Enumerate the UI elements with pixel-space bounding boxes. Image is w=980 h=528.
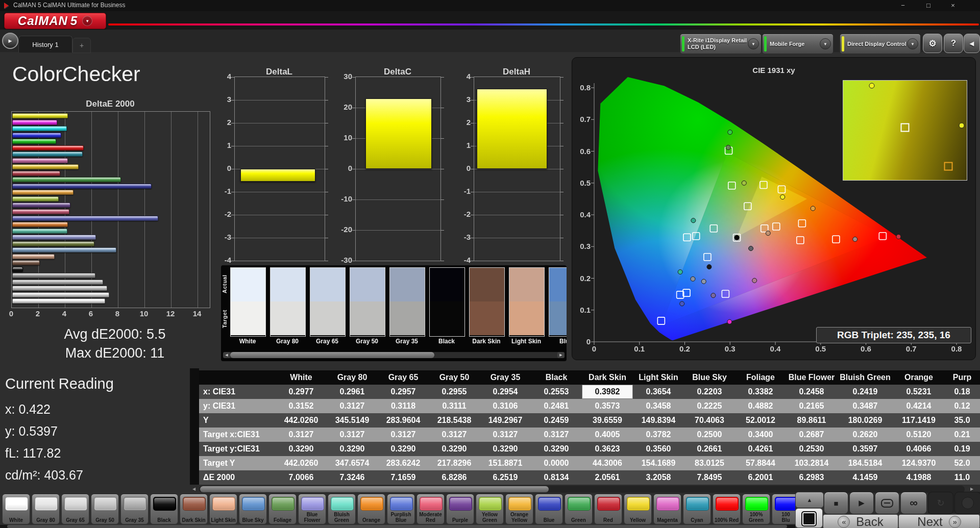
- tick-mark: [560, 77, 564, 78]
- display-control-dropdown[interactable]: Direct Display Control ▼: [840, 34, 921, 54]
- swatch-dark-skin[interactable]: [469, 267, 505, 337]
- table-cell: 0.2977: [276, 385, 327, 399]
- continuous-read-button[interactable]: ∞: [900, 492, 927, 514]
- expand-patch-list-button[interactable]: ▲: [795, 492, 824, 508]
- axis-tick-label: 1: [211, 141, 231, 149]
- maximize-button[interactable]: □: [918, 0, 939, 11]
- patch-chip: [272, 497, 295, 511]
- patch-chip: [331, 497, 354, 511]
- patch-button-orange[interactable]: Orange: [357, 494, 385, 524]
- patch-button-yellow[interactable]: Yellow: [624, 494, 652, 524]
- play-icon: ▶: [859, 498, 865, 508]
- axis-tick-label: 4: [211, 72, 231, 81]
- patch-button-foliage[interactable]: Foliage: [268, 494, 297, 524]
- calman-logo-menu[interactable]: CalMAN5 ▼: [4, 13, 106, 29]
- next-button[interactable]: Next »: [898, 514, 980, 528]
- tick-mark: [231, 77, 234, 78]
- scroll-left-button[interactable]: ◀: [190, 486, 198, 492]
- swatch-black[interactable]: [429, 267, 465, 337]
- play-button[interactable]: ▶: [849, 492, 874, 514]
- table-cell: 6.2519: [480, 470, 531, 485]
- chevron-down-icon: ▼: [748, 38, 759, 49]
- swatch-light-skin[interactable]: [509, 267, 545, 337]
- scroll-right-button[interactable]: ▶: [557, 352, 565, 358]
- tick-mark: [471, 100, 474, 100]
- refresh-button[interactable]: ↻: [928, 492, 953, 514]
- patch-button-gray-65[interactable]: Gray 65: [61, 494, 89, 524]
- patch-button-blue-sky[interactable]: Blue Sky: [239, 494, 267, 524]
- table-cell: 124.9370: [893, 456, 944, 470]
- table-cell: 7.3246: [327, 470, 378, 485]
- table-cell: 0.2225: [684, 399, 735, 413]
- patch-button-100-red[interactable]: 100% Red: [713, 494, 741, 524]
- minimize-button[interactable]: −: [892, 0, 914, 11]
- close-button[interactable]: ×: [942, 0, 964, 11]
- read-series-button[interactable]: [875, 492, 899, 514]
- swatch-white[interactable]: [230, 267, 266, 337]
- patch-button-100-blu[interactable]: 100Blu: [772, 494, 795, 524]
- tab-history-1[interactable]: History 1: [18, 36, 72, 53]
- table-cell: 0.2957: [378, 385, 429, 399]
- patch-window-toggle-button[interactable]: [795, 508, 823, 528]
- patch-button-moderate-red[interactable]: ModerateRed: [416, 494, 445, 524]
- patch-button-gray-50[interactable]: Gray 50: [91, 494, 119, 524]
- table-cell: 0.4882: [735, 399, 786, 413]
- patch-button-bluish-green[interactable]: BluishGreen: [328, 494, 356, 524]
- patch-button-cyan[interactable]: Cyan: [683, 494, 711, 524]
- scrollbar-track[interactable]: [199, 486, 965, 493]
- stop-button[interactable]: ■: [824, 492, 848, 514]
- patch-button-white[interactable]: White: [2, 494, 30, 524]
- add-tab-button[interactable]: +: [72, 38, 91, 53]
- record-button[interactable]: [954, 492, 980, 514]
- patch-button-gray-35[interactable]: Gray 35: [120, 494, 149, 524]
- de-bar-light-skin: [12, 254, 55, 259]
- scrollbar-thumb[interactable]: [230, 352, 434, 358]
- patch-button-dark-skin[interactable]: Dark Skin: [180, 494, 208, 524]
- swatch-scrollbar[interactable]: ◀ ▶: [223, 352, 565, 358]
- session-menu-button[interactable]: ▶: [2, 33, 18, 49]
- tick-mark: [471, 169, 474, 169]
- source-dropdown[interactable]: Mobile Forge ▼: [762, 34, 834, 54]
- patch-button-red[interactable]: Red: [594, 494, 622, 524]
- patch-button-yellow-green[interactable]: YellowGreen: [476, 494, 504, 524]
- cie-measurement-dot: [727, 319, 732, 324]
- patch-button-blue[interactable]: Blue: [535, 494, 563, 524]
- column-header-blue-sky: Blue Sky: [684, 370, 735, 385]
- deltal-y-axis: 43210-1-2-3-4: [211, 77, 231, 260]
- swatch-gray-80[interactable]: [270, 267, 306, 337]
- patch-button-purplish-blue[interactable]: PurplishBlue: [387, 494, 415, 524]
- swatch-gray-35[interactable]: [389, 267, 425, 337]
- swatch-blue[interactable]: [549, 267, 567, 337]
- collapse-toolbar-button[interactable]: ◀: [964, 34, 980, 53]
- patch-button-green[interactable]: Green: [565, 494, 593, 524]
- settings-button[interactable]: ⚙: [923, 34, 942, 53]
- table-cell: 0.2165: [786, 399, 837, 413]
- selected-table-cell[interactable]: 0.3982: [582, 385, 633, 399]
- patch-bar-scrollbar[interactable]: [0, 525, 795, 528]
- patch-button-purple[interactable]: Purple: [446, 494, 474, 524]
- patch-button-black[interactable]: Black: [150, 494, 178, 524]
- table-cell: 0.3290: [429, 442, 480, 456]
- help-button[interactable]: ?: [944, 34, 963, 53]
- patch-button-gray-80[interactable]: Gray 80: [32, 494, 60, 524]
- patch-button-blue-flower[interactable]: BlueFlower: [298, 494, 326, 524]
- back-button[interactable]: « Back: [823, 514, 898, 528]
- scrollbar-thumb[interactable]: [200, 486, 549, 492]
- tick-mark: [560, 215, 564, 215]
- axis-tick-label: -2: [211, 210, 231, 218]
- patch-label: BluishGreen: [328, 512, 355, 523]
- swatch-gray-65[interactable]: [310, 267, 346, 337]
- patch-button-100-green[interactable]: 100%Green: [742, 494, 770, 524]
- patch-button-orange-yellow[interactable]: OrangeYellow: [505, 494, 533, 524]
- table-cell: 0.0000: [531, 456, 582, 470]
- column-header-foliage: Foliage: [735, 370, 786, 385]
- patch-chip: [360, 497, 383, 511]
- meter-dropdown[interactable]: X-Rite i1Display RetailLCD (LED) ▼: [680, 34, 762, 54]
- scroll-left-button[interactable]: ◀: [223, 352, 230, 358]
- patch-label: Purple: [447, 517, 474, 523]
- patch-button-light-skin[interactable]: Light Skin: [209, 494, 237, 524]
- patch-button-magenta[interactable]: Magenta: [653, 494, 681, 524]
- patch-label: 100%Green: [743, 512, 770, 523]
- scrollbar-thumb[interactable]: [7, 525, 787, 528]
- swatch-gray-50[interactable]: [350, 267, 385, 337]
